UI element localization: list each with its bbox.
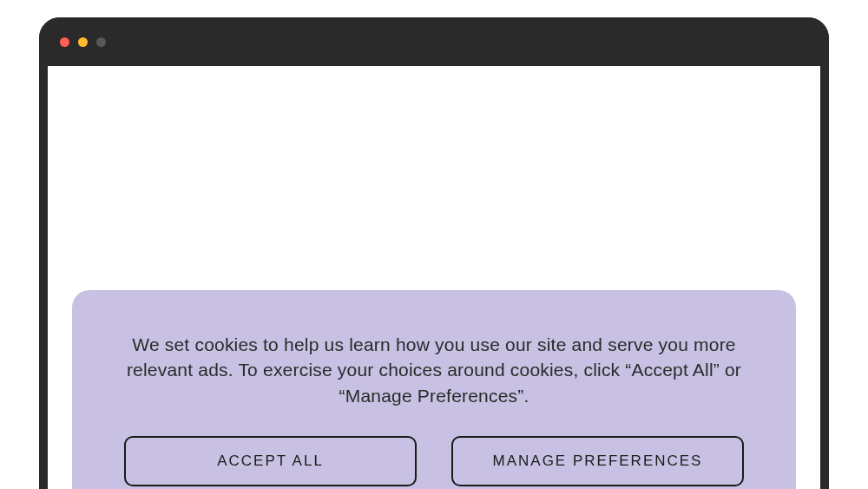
minimize-icon[interactable] xyxy=(78,37,88,47)
browser-viewport: We set cookies to help us learn how you … xyxy=(48,66,820,489)
close-icon[interactable] xyxy=(60,37,69,47)
manage-preferences-button[interactable]: MANAGE PREFERENCES xyxy=(451,436,744,486)
browser-titlebar xyxy=(39,17,829,66)
cookie-consent-banner: We set cookies to help us learn how you … xyxy=(72,290,796,489)
cookie-consent-message: We set cookies to help us learn how you … xyxy=(124,332,744,408)
browser-window-frame: We set cookies to help us learn how you … xyxy=(39,17,829,489)
accept-all-button[interactable]: ACCEPT ALL xyxy=(124,436,417,486)
cookie-button-row: ACCEPT ALL MANAGE PREFERENCES xyxy=(124,436,744,486)
maximize-icon[interactable] xyxy=(96,37,106,47)
